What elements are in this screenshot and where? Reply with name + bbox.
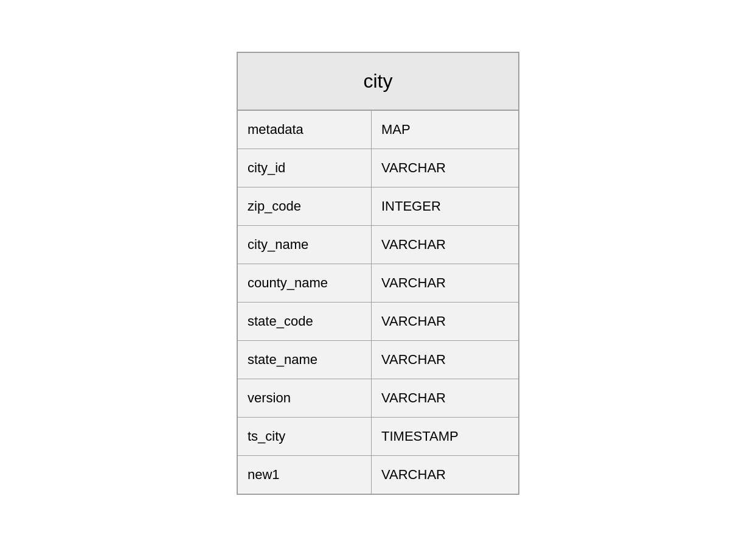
- table-row: city_idVARCHAR: [238, 149, 518, 187]
- column-type: INTEGER: [372, 187, 518, 225]
- table-row: state_codeVARCHAR: [238, 303, 518, 341]
- column-type: TIMESTAMP: [372, 418, 518, 455]
- column-name: city_name: [238, 226, 372, 264]
- schema-table: city metadataMAPcity_idVARCHARzip_codeIN…: [237, 52, 519, 495]
- column-name: new1: [238, 456, 372, 494]
- column-name: state_name: [238, 341, 372, 379]
- table-row: county_nameVARCHAR: [238, 264, 518, 303]
- table-row: city_nameVARCHAR: [238, 226, 518, 264]
- column-type: VARCHAR: [372, 226, 518, 264]
- column-type: MAP: [372, 111, 518, 149]
- column-type: VARCHAR: [372, 149, 518, 187]
- column-name: zip_code: [238, 187, 372, 225]
- table-row: state_nameVARCHAR: [238, 341, 518, 379]
- column-name: metadata: [238, 111, 372, 149]
- column-type: VARCHAR: [372, 303, 518, 340]
- column-type: VARCHAR: [372, 379, 518, 417]
- column-name: ts_city: [238, 418, 372, 455]
- column-name: state_code: [238, 303, 372, 340]
- table-row: zip_codeINTEGER: [238, 187, 518, 226]
- column-name: county_name: [238, 264, 372, 302]
- column-type: VARCHAR: [372, 456, 518, 494]
- table-title: city: [238, 53, 518, 111]
- column-type: VARCHAR: [372, 341, 518, 379]
- column-name: version: [238, 379, 372, 417]
- column-type: VARCHAR: [372, 264, 518, 302]
- table-row: new1VARCHAR: [238, 456, 518, 494]
- table-row: versionVARCHAR: [238, 379, 518, 418]
- table-row: metadataMAP: [238, 111, 518, 149]
- column-name: city_id: [238, 149, 372, 187]
- table-row: ts_cityTIMESTAMP: [238, 418, 518, 456]
